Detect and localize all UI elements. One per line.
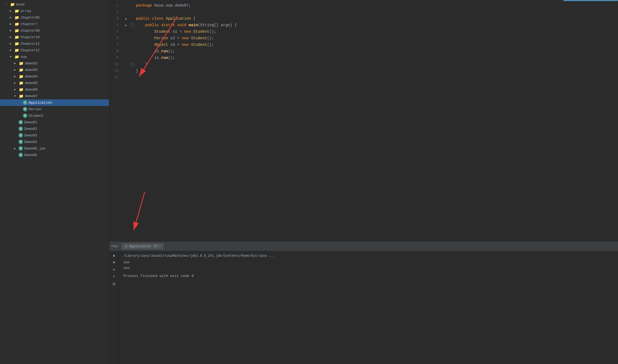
wrap-button[interactable]: ⇌ xyxy=(111,267,117,273)
sidebar-item-chaptor11[interactable]: ▶ 📁 Chaptor11 xyxy=(0,40,109,47)
folder-icon: 📁 xyxy=(10,2,15,7)
sidebar-item-label: demo03 xyxy=(25,68,38,72)
sidebar-item-label: Chaptor12 xyxy=(20,48,40,52)
sidebar-item-label: chaptor08 xyxy=(20,29,40,33)
arrow-icon: ▶ xyxy=(14,75,19,78)
run-gutter[interactable]: ▶ xyxy=(123,23,129,27)
code-line-4: 4 ▶ − public static void main(String[] a… xyxy=(109,22,618,28)
folder-icon: 📁 xyxy=(14,15,19,20)
code-content: } xyxy=(136,68,618,74)
fold-bottom-icon[interactable]: └ xyxy=(131,62,135,66)
code-line-2: 2 xyxy=(109,9,618,15)
sidebar-item-person[interactable]: C Person xyxy=(0,106,109,112)
sidebar-item-label: Demo05.jav xyxy=(24,147,46,151)
code-line-10: 10 └ } xyxy=(109,61,618,68)
arrow-icon: ▶ xyxy=(10,42,14,45)
fold-gutter-marker[interactable]: − xyxy=(129,23,136,27)
folder-icon: 📁 xyxy=(19,94,23,99)
code-content: s2.run(); xyxy=(136,48,618,55)
sidebar-item-label: Demo06 xyxy=(24,153,37,157)
code-line-6: 6 Person s2 = new Student(); xyxy=(109,35,618,41)
run-tab-application[interactable]: ▣ Application (5 ✕ xyxy=(121,243,164,249)
sidebar-item-chaptor7[interactable]: ▶ 📁 chaptor7 xyxy=(0,21,109,27)
sidebar-item-label: demo05 xyxy=(25,81,38,85)
line-number: 10 xyxy=(109,62,123,66)
save-output-button[interactable]: ⬇ xyxy=(111,274,117,280)
sidebar-item-label: Demo04 xyxy=(24,140,37,144)
folder-icon: 📁 xyxy=(19,74,23,79)
sidebar-item-label: Chaptor11 xyxy=(20,42,40,46)
sidebar-item-oop[interactable]: ▼ 📁 oop xyxy=(0,53,109,60)
folder-icon: 📁 xyxy=(14,8,19,13)
sidebar-item-array[interactable]: ▶ 📁 array xyxy=(0,8,109,14)
run-tab-label: Application (5 xyxy=(130,244,157,248)
sidebar-item-chaptor10[interactable]: ▶ 📁 Chaptor10 xyxy=(0,34,109,40)
sidebar-item-base[interactable]: — 📁 base xyxy=(0,1,109,8)
line-number: 11 xyxy=(109,69,123,73)
folder-icon: 📁 xyxy=(19,61,23,66)
class-icon: C xyxy=(19,146,23,151)
arrow-icon: ▶ xyxy=(10,35,14,39)
sidebar-item-demo03-class[interactable]: C Demo03 xyxy=(0,132,109,139)
folder-icon: 📁 xyxy=(19,87,23,92)
arrow-icon: ▶ xyxy=(14,88,19,91)
sidebar-item-chaptor05[interactable]: ▶ 📁 chaptor05 xyxy=(0,14,109,21)
scroll-down-button[interactable]: ▼ xyxy=(111,259,117,265)
sidebar-item-application[interactable]: C Application xyxy=(0,99,109,106)
run-gutter[interactable]: ▶ xyxy=(123,17,129,20)
code-content: Object s3 = new Student(); xyxy=(136,41,618,48)
arrow-icon: ▶ xyxy=(14,147,19,150)
line-number: 5 xyxy=(109,30,123,34)
run-label: run: xyxy=(111,244,119,248)
print-button[interactable]: 🖨 xyxy=(111,281,117,287)
code-content: Person s2 = new Student(); xyxy=(136,35,618,41)
code-content: s1.run(); xyxy=(136,55,618,61)
arrow-icon: ▼ xyxy=(10,55,14,58)
sidebar-item-demo05-file[interactable]: ▶ C Demo05.jav xyxy=(0,145,109,152)
sidebar-item-label: demo04 xyxy=(25,74,38,79)
folder-icon: 📁 xyxy=(14,48,19,53)
code-content: Student s1 = new Student(); xyxy=(136,28,618,35)
class-icon: C xyxy=(19,140,23,144)
close-tab-button[interactable]: ✕ xyxy=(159,244,161,248)
sidebar-item-label: Demo02 xyxy=(24,127,37,131)
scroll-up-button[interactable]: ▲ xyxy=(111,252,117,258)
sidebar-item-demo03[interactable]: ▶ 📁 demo03 xyxy=(0,67,109,73)
sidebar-item-chaptor08[interactable]: ▶ 📁 chaptor08 xyxy=(0,27,109,34)
sidebar-item-demo02[interactable]: ▶ 📁 demo02 xyxy=(0,60,109,67)
fold-gutter-marker2[interactable]: └ xyxy=(129,62,136,66)
sidebar-item-demo04-class[interactable]: C Demo04 xyxy=(0,139,109,145)
folder-icon: 📁 xyxy=(14,22,19,26)
sidebar-item-label: demo07 xyxy=(25,94,38,98)
arrow-icon: ▶ xyxy=(10,16,14,19)
sidebar-item-demo04[interactable]: ▶ 📁 demo04 xyxy=(0,73,109,80)
arrow-icon: ▶ xyxy=(10,22,14,26)
sidebar-item-demo02-class[interactable]: C Demo02 xyxy=(0,126,109,132)
arrow-icon: ▶ xyxy=(14,68,19,71)
sidebar-item-demo01[interactable]: C Demo01 xyxy=(0,119,109,126)
file-tree: — 📁 base ▶ 📁 array ▶ 📁 chaptor05 ▶ 📁 cha… xyxy=(0,0,109,364)
sidebar-item-demo06-class[interactable]: C Demo06 xyxy=(0,152,109,158)
code-content: package base.oop.demo07; xyxy=(136,2,618,9)
class-icon: C xyxy=(19,120,23,124)
sidebar-item-demo06[interactable]: ▶ 📁 demo06 xyxy=(0,86,109,93)
code-editor[interactable]: 1 package base.oop.demo07; 2 3 ▶ public … xyxy=(109,0,618,241)
run-panel: run: ▣ Application (5 ✕ ▲ ▼ ⇌ ⬇ 🖨 xyxy=(109,241,618,364)
sidebar-item-demo07[interactable]: ▼ 📁 demo07 xyxy=(0,93,109,99)
fold-icon[interactable]: − xyxy=(131,23,135,27)
sidebar-item-student[interactable]: C Student xyxy=(0,112,109,119)
sidebar-item-label: Demo01 xyxy=(24,120,37,124)
class-icon: C xyxy=(23,107,27,111)
code-line-8: 8 s2.run(); xyxy=(109,48,618,55)
folder-icon: 📁 xyxy=(19,67,23,72)
line-number: 9 xyxy=(109,56,123,60)
folder-icon: 📁 xyxy=(19,80,23,85)
sidebar-item-label: demo06 xyxy=(25,88,38,92)
arrow-icon: ▶ xyxy=(10,9,14,13)
sidebar-item-demo05[interactable]: ▶ 📁 demo05 xyxy=(0,80,109,86)
sidebar-item-label: demo02 xyxy=(25,61,38,65)
console-gutter: ▲ ▼ ⇌ ⬇ 🖨 xyxy=(109,251,119,364)
sidebar-item-label: Student xyxy=(29,114,44,118)
sidebar-item-label: Person xyxy=(29,107,41,111)
sidebar-item-chaptor12[interactable]: ▶ 📁 Chaptor12 xyxy=(0,47,109,53)
